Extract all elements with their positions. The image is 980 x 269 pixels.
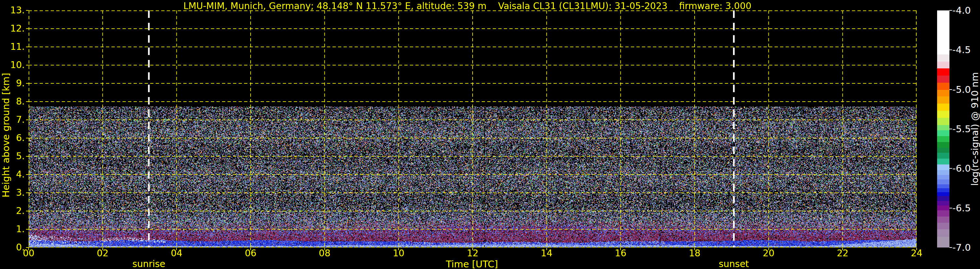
y-tick-label: 6. [0,133,25,144]
colorbar-tick-label: -5.5 [952,123,971,134]
x-tick-mark [546,248,547,250]
colorbar-tick-label: -7.0 [952,242,971,253]
y-tick-label: 0. [0,242,25,253]
sunrise-annotation: sunrise [132,259,165,269]
y-tick-label: 13. [0,5,25,16]
y-tick-mark [26,156,29,157]
y-tick-mark [26,65,29,66]
x-tick-mark [916,248,917,250]
x-tick-mark [472,248,473,250]
x-tick-mark [28,248,29,250]
colorbar-tick-label: -4.5 [952,44,971,55]
plot-title: LMU-MIM, Munich, Germany; 48.148° N 11.5… [183,1,751,11]
colorbar-tick-mark [950,50,952,50]
y-tick-label: 9. [0,78,25,89]
y-tick-mark [26,120,29,120]
y-tick-mark [26,28,29,29]
colorbar-tick-label: -5.0 [952,84,971,95]
ceilometer-quicklook-figure: LMU-MIM, Munich, Germany; 48.148° N 11.5… [0,0,980,269]
x-tick-mark [176,248,177,250]
y-tick-mark [26,211,29,211]
x-tick-mark [398,248,399,250]
y-tick-label: 7. [0,114,25,125]
y-tick-mark [26,138,29,138]
x-tick-mark [842,248,843,250]
colorbar-label: log(rc-signal) @ 910 nm [969,72,980,186]
x-tick-mark [620,248,621,250]
x-tick-mark [694,248,695,250]
y-tick-mark [26,46,29,47]
colorbar-tick-label: -4.0 [952,5,971,16]
x-tick-mark [768,248,769,250]
sunset-annotation: sunset [719,259,749,269]
y-tick-label: 4. [0,169,25,180]
backscatter-heatmap-canvas [29,10,916,248]
y-tick-mark [26,83,29,84]
y-tick-mark [26,229,29,230]
colorbar-tick-mark [950,208,952,208]
x-axis-label: Time [UTC] [446,259,498,269]
colorbar-tick-mark [950,247,952,248]
colorbar-tick-mark [950,129,952,129]
colorbar [937,10,950,248]
x-tick-mark [325,248,325,250]
y-tick-mark [26,10,29,11]
x-tick-mark [250,248,251,250]
colorbar-tick-mark [950,10,952,11]
colorbar-tick-label: -6.0 [952,163,971,174]
x-tick-mark [102,248,103,250]
y-tick-label: 8. [0,96,25,107]
y-tick-label: 11. [0,42,25,53]
colorbar-tick-mark [950,168,952,169]
colorbar-tick-label: -6.5 [952,203,971,214]
y-tick-mark [26,192,29,193]
y-tick-mark [26,174,29,175]
y-tick-label: 10. [0,59,25,70]
colorbar-tick-mark [950,89,952,90]
y-tick-label: 2. [0,205,25,216]
y-tick-label: 12. [0,23,25,34]
y-tick-label: 5. [0,151,25,162]
y-tick-mark [26,101,29,102]
y-tick-label: 1. [0,224,25,235]
y-tick-label: 3. [0,187,25,199]
